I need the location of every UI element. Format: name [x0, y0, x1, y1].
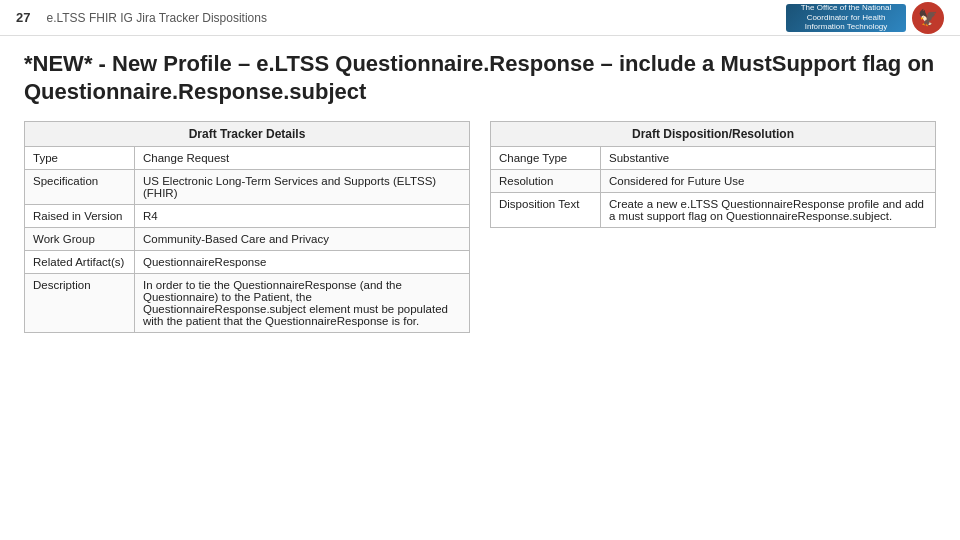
table-row: Specification US Electronic Long-Term Se…: [25, 170, 470, 205]
right-table-label: Disposition Text: [491, 193, 601, 228]
table-row: Raised in Version R4: [25, 205, 470, 228]
right-table-container: Draft Disposition/Resolution Change Type…: [490, 121, 936, 228]
left-table-label: Specification: [25, 170, 135, 205]
left-table-label: Work Group: [25, 228, 135, 251]
left-table-value: In order to tie the QuestionnaireRespons…: [135, 274, 470, 333]
logo-text: The Office of the National Coordinator f…: [790, 3, 902, 32]
table-row: Resolution Considered for Future Use: [491, 170, 936, 193]
main-content: *NEW* - New Profile – e.LTSS Questionnai…: [0, 36, 960, 347]
table-row: Related Artifact(s) QuestionnaireRespons…: [25, 251, 470, 274]
left-table-value: R4: [135, 205, 470, 228]
right-table-label: Resolution: [491, 170, 601, 193]
left-table-value: US Electronic Long-Term Services and Sup…: [135, 170, 470, 205]
table-row: Type Change Request: [25, 147, 470, 170]
logo-box: The Office of the National Coordinator f…: [786, 4, 906, 32]
slide-number: 27: [16, 10, 30, 25]
right-table-value: Create a new e.LTSS QuestionnaireRespons…: [601, 193, 936, 228]
left-table-value: Change Request: [135, 147, 470, 170]
table-row: Disposition Text Create a new e.LTSS Que…: [491, 193, 936, 228]
left-table-header: Draft Tracker Details: [25, 122, 470, 147]
right-table-value: Considered for Future Use: [601, 170, 936, 193]
table-row: Change Type Substantive: [491, 147, 936, 170]
left-table-label: Description: [25, 274, 135, 333]
logo-area: The Office of the National Coordinator f…: [786, 2, 944, 34]
right-table-header: Draft Disposition/Resolution: [491, 122, 936, 147]
left-table-label: Related Artifact(s): [25, 251, 135, 274]
right-table-value: Substantive: [601, 147, 936, 170]
right-table-label: Change Type: [491, 147, 601, 170]
left-table-value: Community-Based Care and Privacy: [135, 228, 470, 251]
left-table: Draft Tracker Details Type Change Reques…: [24, 121, 470, 333]
table-row: Work Group Community-Based Care and Priv…: [25, 228, 470, 251]
left-table-value: QuestionnaireResponse: [135, 251, 470, 274]
right-table: Draft Disposition/Resolution Change Type…: [490, 121, 936, 228]
left-table-label: Type: [25, 147, 135, 170]
left-table-label: Raised in Version: [25, 205, 135, 228]
tables-row: Draft Tracker Details Type Change Reques…: [24, 121, 936, 333]
page-title: *NEW* - New Profile – e.LTSS Questionnai…: [24, 50, 936, 105]
table-row: Description In order to tie the Question…: [25, 274, 470, 333]
top-bar-title: e.LTSS FHIR IG Jira Tracker Dispositions: [46, 11, 786, 25]
left-table-container: Draft Tracker Details Type Change Reques…: [24, 121, 470, 333]
top-bar: 27 e.LTSS FHIR IG Jira Tracker Dispositi…: [0, 0, 960, 36]
eagle-symbol: 🦅: [918, 8, 938, 27]
eagle-icon: 🦅: [912, 2, 944, 34]
